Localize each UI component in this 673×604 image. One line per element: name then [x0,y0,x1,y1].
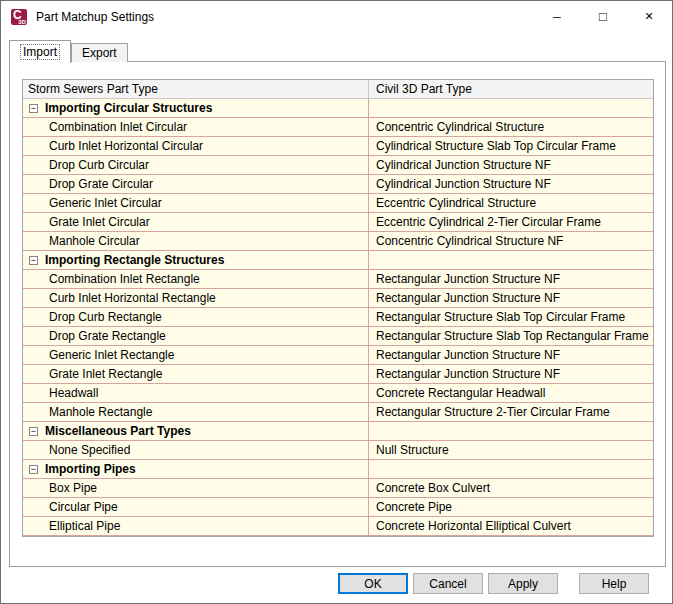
collapse-glyph: − [31,428,36,435]
part-type-label: Combination Inlet Rectangle [49,272,200,286]
part-type-cell[interactable]: Curb Inlet Horizontal Rectangle [23,289,368,307]
civil3d-part-label: Cylindrical Structure Slab Top Circular … [376,139,616,153]
civil3d-part-cell[interactable]: Concrete Horizontal Elliptical Culvert [368,517,653,535]
table-row[interactable]: Manhole Circular Concentric Cylindrical … [23,232,653,251]
collapse-icon[interactable]: − [29,465,38,474]
title-bar[interactable]: C 3D Part Matchup Settings ─ □ ✕ [1,1,672,32]
table-row[interactable]: Curb Inlet Horizontal Rectangle Rectangu… [23,289,653,308]
table-row[interactable]: Curb Inlet Horizontal Circular Cylindric… [23,137,653,156]
civil3d-part-cell[interactable]: Cylindrical Junction Structure NF [368,175,653,193]
close-button[interactable]: ✕ [626,1,672,32]
part-type-cell[interactable]: Combination Inlet Rectangle [23,270,368,288]
part-type-cell[interactable]: Drop Grate Circular [23,175,368,193]
apply-button[interactable]: Apply [488,573,558,594]
group-header-cell[interactable]: − Importing Rectangle Structures [23,251,368,269]
civil3d-part-cell[interactable]: Rectangular Junction Structure NF [368,270,653,288]
group-row[interactable]: − Miscellaneous Part Types [23,422,653,441]
part-type-cell[interactable]: Generic Inlet Circular [23,194,368,212]
civil3d-part-label: Rectangular Junction Structure NF [376,348,560,362]
help-button[interactable]: Help [579,573,649,594]
part-type-cell[interactable]: Drop Grate Rectangle [23,327,368,345]
tab-export[interactable]: Export [71,43,128,62]
table-row[interactable]: Grate Inlet Rectangle Rectangular Juncti… [23,365,653,384]
part-type-cell[interactable]: Curb Inlet Horizontal Circular [23,137,368,155]
table-row[interactable]: Box Pipe Concrete Box Culvert [23,479,653,498]
civil3d-part-label: Concentric Cylindrical Structure [376,120,544,134]
collapse-glyph: − [31,105,36,112]
civil3d-part-cell[interactable]: Cylindrical Structure Slab Top Circular … [368,137,653,155]
maximize-button[interactable]: □ [580,1,626,32]
collapse-icon[interactable]: − [29,256,38,265]
part-type-cell[interactable]: Elliptical Pipe [23,517,368,535]
part-type-label: Curb Inlet Horizontal Rectangle [49,291,216,305]
civil3d-part-cell[interactable]: Rectangular Structure Slab Top Circular … [368,308,653,326]
civil3d-part-label: Concrete Box Culvert [376,481,490,495]
civil3d-part-cell[interactable]: Rectangular Junction Structure NF [368,346,653,364]
part-type-cell[interactable]: None Specified [23,441,368,459]
column-header-civil3d: Civil 3D Part Type [368,80,653,98]
tab-strip: Import Export [9,39,128,62]
civil3d-part-cell[interactable]: Rectangular Structure 2-Tier Circular Fr… [368,403,653,421]
group-row[interactable]: − Importing Circular Structures [23,99,653,118]
part-type-label: Manhole Circular [49,234,140,248]
ok-button[interactable]: OK [338,573,408,594]
table-row[interactable]: Drop Grate Circular Cylindrical Junction… [23,175,653,194]
group-header-cell[interactable]: − Importing Pipes [23,460,368,478]
part-type-label: Drop Grate Circular [49,177,153,191]
civil3d-part-cell[interactable]: Eccentric Cylindrical 2-Tier Circular Fr… [368,213,653,231]
civil3d-part-cell[interactable]: Concentric Cylindrical Structure [368,118,653,136]
group-header-cell[interactable]: − Miscellaneous Part Types [23,422,368,440]
column-header-storm-sewers: Storm Sewers Part Type [23,80,368,98]
table-row[interactable]: Drop Curb Rectangle Rectangular Structur… [23,308,653,327]
part-type-label: Drop Curb Circular [49,158,149,172]
part-type-cell[interactable]: Manhole Rectangle [23,403,368,421]
part-type-cell[interactable]: Headwall [23,384,368,402]
table-row[interactable]: Elliptical Pipe Concrete Horizontal Elli… [23,517,653,536]
tab-export-label: Export [82,46,117,60]
part-type-cell[interactable]: Drop Curb Circular [23,156,368,174]
table-row[interactable]: Drop Grate Rectangle Rectangular Structu… [23,327,653,346]
civil3d-part-cell[interactable]: Eccentric Cylindrical Structure [368,194,653,212]
part-type-cell[interactable]: Grate Inlet Circular [23,213,368,231]
group-row[interactable]: − Importing Pipes [23,460,653,479]
part-type-cell[interactable]: Box Pipe [23,479,368,497]
table-row[interactable]: Headwall Concrete Rectangular Headwall [23,384,653,403]
part-type-cell[interactable]: Manhole Circular [23,232,368,250]
table-row[interactable]: Generic Inlet Rectangle Rectangular Junc… [23,346,653,365]
part-type-cell[interactable]: Combination Inlet Circular [23,118,368,136]
part-matchup-dialog: C 3D Part Matchup Settings ─ □ ✕ Import … [0,0,673,604]
table-row[interactable]: None Specified Null Structure [23,441,653,460]
part-type-label: Drop Curb Rectangle [49,310,162,324]
minimize-button[interactable]: ─ [534,1,580,32]
civil3d-part-cell[interactable]: Concrete Box Culvert [368,479,653,497]
table-row[interactable]: Generic Inlet Circular Eccentric Cylindr… [23,194,653,213]
civil3d-part-cell[interactable]: Rectangular Structure Slab Top Rectangul… [368,327,653,345]
group-header-cell[interactable]: − Importing Circular Structures [23,99,368,117]
part-type-cell[interactable]: Drop Curb Rectangle [23,308,368,326]
table-row[interactable]: Manhole Rectangle Rectangular Structure … [23,403,653,422]
part-type-label: Grate Inlet Rectangle [49,367,162,381]
table-row[interactable]: Grate Inlet Circular Eccentric Cylindric… [23,213,653,232]
civil3d-part-cell[interactable]: Concrete Pipe [368,498,653,516]
tab-import[interactable]: Import [9,40,71,63]
group-row[interactable]: − Importing Rectangle Structures [23,251,653,270]
cancel-button[interactable]: Cancel [413,573,483,594]
collapse-icon[interactable]: − [29,104,38,113]
part-type-cell[interactable]: Generic Inlet Rectangle [23,346,368,364]
civil3d-part-cell[interactable]: Concrete Rectangular Headwall [368,384,653,402]
part-type-cell[interactable]: Circular Pipe [23,498,368,516]
civil3d-part-cell[interactable]: Rectangular Junction Structure NF [368,365,653,383]
part-type-cell[interactable]: Grate Inlet Rectangle [23,365,368,383]
civil3d-part-label: Rectangular Junction Structure NF [376,291,560,305]
civil3d-part-cell[interactable]: Cylindrical Junction Structure NF [368,156,653,174]
collapse-icon[interactable]: − [29,427,38,436]
part-type-label: Headwall [49,386,98,400]
table-row[interactable]: Drop Curb Circular Cylindrical Junction … [23,156,653,175]
civil3d-part-cell[interactable]: Rectangular Junction Structure NF [368,289,653,307]
part-type-label: Curb Inlet Horizontal Circular [49,139,203,153]
civil3d-part-cell[interactable]: Null Structure [368,441,653,459]
table-row[interactable]: Combination Inlet Circular Concentric Cy… [23,118,653,137]
table-row[interactable]: Circular Pipe Concrete Pipe [23,498,653,517]
civil3d-part-cell[interactable]: Concentric Cylindrical Structure NF [368,232,653,250]
table-row[interactable]: Combination Inlet Rectangle Rectangular … [23,270,653,289]
